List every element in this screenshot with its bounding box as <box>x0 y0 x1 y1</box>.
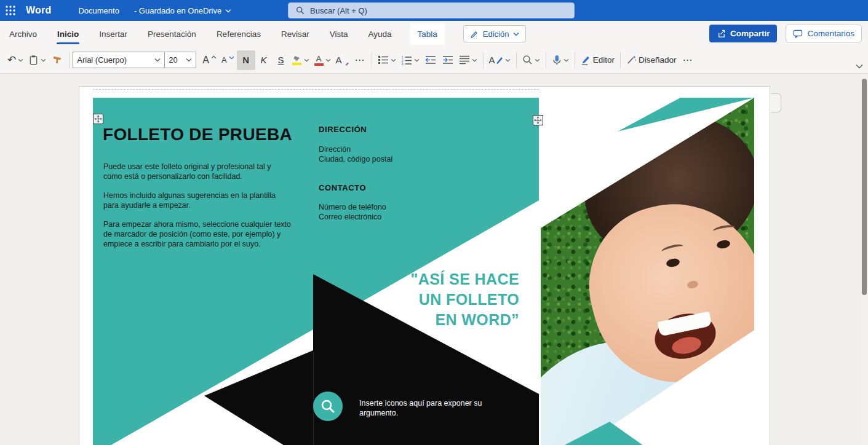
chevron-down-icon <box>513 32 519 36</box>
table-gridline <box>93 89 539 90</box>
clipboard-icon <box>28 55 39 65</box>
underline-icon: S <box>278 55 284 65</box>
align-justify-icon <box>459 55 470 65</box>
tab-vista[interactable]: Vista <box>328 21 350 47</box>
tab-insertar[interactable]: Insertar <box>97 21 129 47</box>
font-color-icon: A <box>314 55 324 66</box>
icon-caption[interactable]: Inserte iconos aquí para exponer su argu… <box>359 398 500 418</box>
contact-heading[interactable]: CONTACTO <box>319 183 366 192</box>
paste-button[interactable] <box>26 50 49 70</box>
chevron-down-icon <box>535 58 540 62</box>
decrease-indent-button[interactable] <box>422 50 439 70</box>
bold-button[interactable]: N <box>237 50 255 70</box>
tab-tabla[interactable]: Tabla <box>410 23 445 45</box>
brochure-quote[interactable]: "ASÍ SE HACE UN FOLLETO EN WORD” <box>310 269 519 330</box>
caret-up-icon <box>211 55 217 59</box>
table-move-handle[interactable] <box>533 115 543 125</box>
address-heading[interactable]: DIRECCIÓN <box>319 125 367 134</box>
chevron-down-icon <box>325 58 331 62</box>
caret-down-icon <box>229 56 234 60</box>
brochure-paragraph[interactable]: Hemos incluido algunas sugerencias en la… <box>103 191 292 210</box>
highlighter-icon <box>292 55 302 65</box>
search-input[interactable]: Buscar (Alt + Q) <box>288 2 575 18</box>
scrollbar-thumb[interactable] <box>862 79 867 295</box>
app-name[interactable]: Word <box>26 5 51 16</box>
editor-button[interactable]: Editor <box>578 50 617 70</box>
grow-font-button[interactable]: A <box>200 50 219 70</box>
bullets-button[interactable] <box>375 50 399 70</box>
word-online-app: Word Documento - Guardado en OneDrive Bu… <box>0 0 868 445</box>
toolbar-divider <box>372 52 372 68</box>
collapse-ribbon-button[interactable] <box>856 60 863 71</box>
panel-fold-seam <box>313 352 314 445</box>
format-painter-button[interactable] <box>49 50 66 70</box>
chevron-down-icon <box>186 58 192 62</box>
brochure-paragraph[interactable]: Puede usar este folleto original y profe… <box>103 162 292 181</box>
tab-inicio[interactable]: Inicio <box>55 21 81 47</box>
alignment-button[interactable] <box>456 50 480 70</box>
ellipsis-icon: ⋯ <box>355 55 365 65</box>
undo-button[interactable]: ↶ <box>5 50 26 70</box>
ribbon-toolbar: ↶ Arial (Cuerpo) 20 A A <box>0 47 868 74</box>
styles-button[interactable]: A <box>487 50 513 70</box>
font-size-select[interactable]: 20 <box>164 52 196 68</box>
grow-font-icon: A <box>202 55 209 65</box>
save-status[interactable]: - Guardado en OneDrive <box>134 6 231 15</box>
clear-formatting-button[interactable]: A <box>333 50 351 70</box>
search-icon <box>522 55 533 65</box>
shrink-font-button[interactable]: A <box>219 50 237 70</box>
more-commands-button[interactable]: ⋯ <box>679 50 696 70</box>
italic-button[interactable]: K <box>255 50 273 70</box>
italic-icon: K <box>261 55 267 65</box>
brochure-paragraph[interactable]: Para empezar ahora mismo, seleccione cua… <box>103 219 292 249</box>
chevron-down-icon <box>18 58 23 62</box>
pencil-icon <box>470 30 479 38</box>
bold-icon: N <box>242 55 249 65</box>
share-icon <box>717 29 726 38</box>
tab-referencias[interactable]: Referencias <box>215 21 263 47</box>
tab-archivo[interactable]: Archivo <box>7 21 39 47</box>
chevron-down-icon <box>391 58 396 62</box>
designer-button[interactable]: Diseñador <box>624 50 679 70</box>
comment-icon <box>793 29 803 38</box>
font-color-button[interactable]: A <box>312 50 333 70</box>
document-canvas: FOLLETO DE PRUEBA Puede usar este follet… <box>0 74 868 445</box>
address-line[interactable]: Dirección <box>319 144 351 154</box>
increase-indent-icon <box>442 55 453 65</box>
tab-presentacion[interactable]: Presentación <box>146 21 198 47</box>
underline-button[interactable]: S <box>273 50 290 70</box>
address-line[interactable]: Ciudad, código postal <box>319 154 392 164</box>
dictate-button[interactable] <box>549 50 571 70</box>
tab-ayuda[interactable]: Ayuda <box>366 21 393 47</box>
font-name-select[interactable]: Arial (Cuerpo) <box>73 52 165 68</box>
vertical-scrollbar[interactable] <box>861 74 868 445</box>
numbered-list-icon: 123 <box>401 55 412 65</box>
chevron-down-icon <box>563 58 569 62</box>
table-move-handle[interactable] <box>93 114 103 124</box>
document-name[interactable]: Documento <box>78 6 119 15</box>
tabs-row-right: Compartir Comentarios <box>709 25 862 42</box>
find-button[interactable] <box>520 50 543 70</box>
margin-comment-tab[interactable] <box>771 93 781 112</box>
editing-mode-button[interactable]: Edición <box>463 25 527 42</box>
brochure-title[interactable]: FOLLETO DE PRUEBA <box>103 125 292 144</box>
chevron-down-icon <box>41 58 46 62</box>
numbering-button[interactable]: 123 <box>399 50 422 70</box>
document-page[interactable]: FOLLETO DE PRUEBA Puede usar este follet… <box>79 86 770 445</box>
contact-line[interactable]: Número de teléfono <box>319 202 386 212</box>
app-launcher-waffle-icon[interactable] <box>0 0 21 21</box>
magnifier-badge-icon[interactable] <box>313 392 343 421</box>
more-font-options-button[interactable]: ⋯ <box>351 50 368 70</box>
toolbar-divider <box>69 52 70 68</box>
increase-indent-button[interactable] <box>439 50 456 70</box>
comments-button[interactable]: Comentarios <box>786 25 862 42</box>
designer-wand-icon <box>626 55 637 65</box>
highlight-color-button[interactable] <box>290 50 312 70</box>
clear-formatting-icon: A <box>336 55 342 65</box>
ellipsis-icon: ⋯ <box>682 55 692 65</box>
contact-line[interactable]: Correo electrónico <box>319 212 381 222</box>
share-button[interactable]: Compartir <box>709 25 778 42</box>
eraser-icon <box>342 59 349 66</box>
tab-revisar[interactable]: Revisar <box>279 21 311 47</box>
child-photo[interactable] <box>541 98 754 445</box>
